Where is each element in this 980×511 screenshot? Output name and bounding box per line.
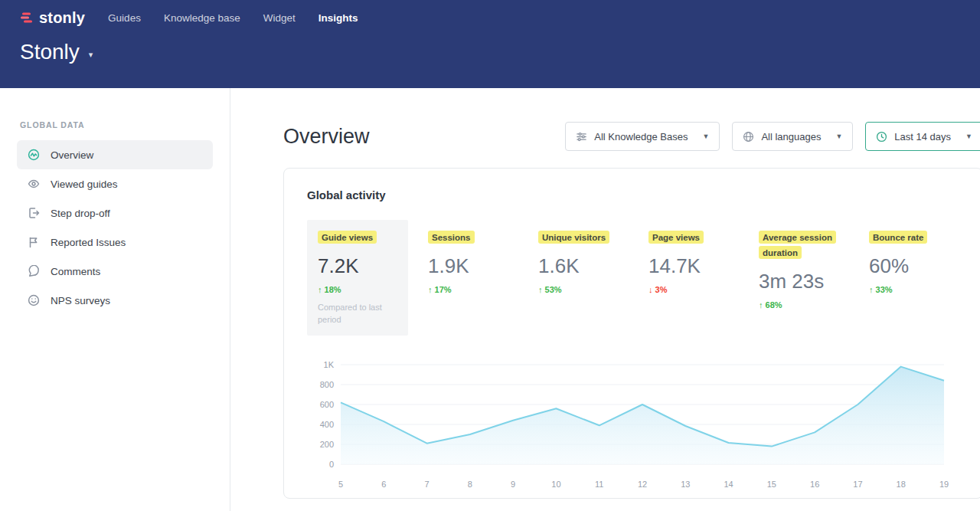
chevron-down-icon: ▼: [835, 133, 842, 140]
stonly-logo-icon: [20, 11, 34, 25]
workspace-selector[interactable]: Stonly ▾: [20, 40, 960, 64]
metric-label: Unique visitors: [538, 231, 609, 244]
metric-value: 1.9K: [428, 254, 508, 278]
card-title: Global activity: [307, 188, 959, 201]
metric-delta: ↑ 68%: [759, 300, 838, 310]
metric-delta: ↑ 18%: [318, 285, 397, 294]
metric-label: Page views: [648, 231, 704, 244]
svg-text:1K: 1K: [324, 360, 335, 369]
metric-label: Average session duration: [759, 231, 836, 260]
svg-text:400: 400: [320, 420, 334, 429]
filter-label: All Knowledge Bases: [594, 131, 688, 142]
flag-icon: [28, 236, 40, 248]
svg-text:16: 16: [810, 480, 819, 489]
metric-delta: ↑ 17%: [428, 285, 508, 294]
svg-text:200: 200: [320, 440, 334, 449]
smiley-icon: [28, 294, 40, 306]
metric-delta: ↓ 3%: [648, 285, 728, 294]
metric-unique-visitors[interactable]: Unique visitors 1.6K ↑ 53%: [528, 220, 629, 336]
sidebar-item-label: Comments: [51, 266, 100, 277]
nav-item-insights[interactable]: Insights: [318, 12, 358, 24]
sidebar-section-label: GLOBAL DATA: [20, 120, 210, 129]
sidebar-item-label: Overview: [51, 149, 93, 161]
sidebar-item-label: Reported Issues: [51, 237, 126, 248]
svg-text:12: 12: [638, 480, 647, 489]
stonly-logo[interactable]: stonly: [20, 9, 85, 27]
metric-value: 14.7K: [648, 254, 728, 278]
sidebar-item-nps-surveys[interactable]: NPS surveys: [17, 286, 213, 315]
svg-text:14: 14: [724, 480, 733, 489]
metric-label: Sessions: [428, 231, 475, 244]
sidebar-item-label: Step drop-off: [51, 208, 110, 219]
svg-text:15: 15: [767, 480, 776, 489]
app-header: stonly Guides Knowledge base Widget Insi…: [0, 0, 980, 88]
nav-item-widget[interactable]: Widget: [263, 12, 296, 24]
svg-text:11: 11: [595, 480, 603, 489]
sliders-icon: [576, 131, 587, 142]
main-content: Overview All Knowledge Bases ▼: [230, 88, 980, 511]
overview-icon: [28, 149, 40, 161]
chevron-down-icon: ▼: [702, 133, 709, 140]
date-range-filter[interactable]: Last 14 days ▼: [865, 122, 980, 151]
nav-item-knowledge-base[interactable]: Knowledge base: [164, 12, 240, 24]
metrics-row: Guide views 7.2K ↑ 18% Compared to last …: [307, 220, 959, 336]
sidebar: GLOBAL DATA Overview Viewed guides: [0, 88, 230, 511]
sidebar-item-overview[interactable]: Overview: [17, 140, 213, 169]
sidebar-item-reported-issues[interactable]: Reported Issues: [17, 228, 213, 257]
step-dropoff-icon: [28, 207, 40, 219]
svg-text:800: 800: [320, 380, 334, 389]
svg-text:8: 8: [468, 480, 472, 489]
sidebar-item-step-drop-off[interactable]: Step drop-off: [17, 198, 213, 228]
svg-text:9: 9: [511, 480, 515, 489]
arrow-up-icon: ↑: [538, 285, 543, 294]
languages-filter[interactable]: All languages ▼: [732, 122, 853, 151]
chevron-down-icon: ▾: [89, 50, 93, 60]
page-title: Overview: [283, 125, 370, 149]
sidebar-item-label: NPS surveys: [51, 295, 110, 306]
arrow-up-icon: ↑: [318, 285, 322, 294]
sidebar-item-viewed-guides[interactable]: Viewed guides: [17, 169, 213, 198]
top-nav: stonly Guides Knowledge base Widget Insi…: [20, 0, 960, 35]
filter-label: All languages: [761, 131, 821, 142]
stonly-logo-text: stonly: [39, 9, 85, 27]
global-activity-card: Global activity Guide views 7.2K ↑ 18% C…: [283, 168, 980, 499]
arrow-up-icon: ↑: [869, 285, 874, 294]
metric-sessions[interactable]: Sessions 1.9K ↑ 17%: [417, 220, 518, 336]
metric-value: 1.6K: [538, 254, 618, 278]
metric-bounce-rate[interactable]: Bounce rate 60% ↑ 33%: [858, 220, 959, 336]
metric-label: Bounce rate: [869, 231, 927, 244]
svg-text:5: 5: [338, 480, 343, 489]
metric-value: 60%: [869, 254, 949, 278]
svg-text:18: 18: [897, 480, 906, 489]
svg-text:0: 0: [329, 460, 334, 469]
arrow-up-icon: ↑: [759, 300, 763, 310]
svg-text:600: 600: [320, 400, 334, 409]
metric-value: 3m 23s: [759, 270, 838, 293]
sidebar-item-comments[interactable]: Comments: [17, 257, 213, 286]
metric-delta: ↑ 33%: [869, 285, 949, 294]
workspace-title: Stonly: [20, 40, 80, 64]
svg-text:17: 17: [853, 480, 862, 489]
comment-icon: [28, 265, 40, 277]
svg-text:10: 10: [551, 480, 560, 489]
nav-item-guides[interactable]: Guides: [108, 12, 141, 24]
metric-value: 7.2K: [318, 254, 397, 278]
eye-icon: [28, 178, 40, 190]
metric-label: Guide views: [318, 231, 377, 244]
metric-page-views[interactable]: Page views 14.7K ↓ 3%: [638, 220, 739, 336]
metric-avg-session-duration[interactable]: Average session duration 3m 23s ↑ 68%: [748, 220, 849, 336]
svg-text:13: 13: [681, 480, 690, 489]
metric-note: Compared to last period: [318, 301, 388, 326]
svg-text:6: 6: [381, 480, 386, 489]
clock-icon: [876, 131, 887, 142]
globe-icon: [743, 131, 754, 142]
arrow-down-icon: ↓: [648, 285, 653, 294]
svg-text:19: 19: [939, 480, 949, 489]
sidebar-item-label: Viewed guides: [51, 179, 118, 190]
svg-text:7: 7: [425, 480, 430, 489]
filters-row: All Knowledge Bases ▼ All languages ▼: [565, 122, 980, 151]
chevron-down-icon: ▼: [965, 133, 972, 140]
metric-guide-views[interactable]: Guide views 7.2K ↑ 18% Compared to last …: [307, 220, 408, 336]
knowledge-bases-filter[interactable]: All Knowledge Bases ▼: [565, 122, 720, 151]
global-activity-chart: 02004006008001K5678910111213141516171819: [307, 357, 959, 493]
